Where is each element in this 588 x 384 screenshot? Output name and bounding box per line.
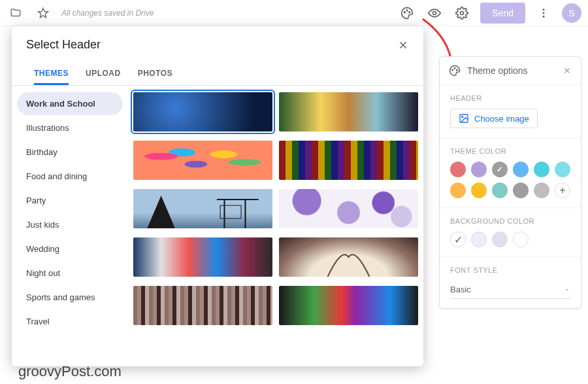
font-style-label: FONT STYLE [450,266,570,274]
color-swatch[interactable] [471,183,487,198]
color-swatch[interactable] [492,162,508,177]
svg-point-3 [433,11,436,14]
font-style-select[interactable]: Basic [450,281,570,299]
svg-rect-11 [220,205,241,218]
background-color-label: BACKGROUND COLOR [450,217,570,225]
svg-point-2 [409,11,410,12]
close-icon[interactable] [563,66,572,75]
header-thumbnail[interactable] [279,92,418,131]
category-item[interactable]: Just kids [17,213,123,236]
header-thumbnail[interactable] [133,92,272,131]
svg-rect-8 [217,199,259,200]
star-icon[interactable] [34,4,52,22]
gear-icon[interactable] [453,4,471,22]
header-section-label: HEADER [450,94,570,102]
more-vert-icon[interactable] [534,4,553,22]
category-item[interactable]: Birthday [17,141,123,164]
topbar: All changes saved in Drive Send S [0,0,588,26]
svg-point-12 [452,69,453,71]
preview-eye-icon[interactable] [425,4,444,22]
category-item[interactable]: Party [17,189,123,212]
folder-icon[interactable] [7,4,25,22]
color-swatch[interactable] [555,162,570,177]
chevron-down-icon [564,287,570,293]
svg-point-1 [406,10,408,11]
svg-rect-9 [223,199,225,228]
bg-swatch[interactable]: ✓ [450,232,466,247]
svg-point-13 [454,68,455,69]
color-swatch[interactable] [513,162,529,177]
bg-swatch[interactable] [471,232,487,247]
thumbnail-grid [128,86,423,366]
color-swatch[interactable] [450,162,466,177]
header-thumbnail[interactable] [279,286,418,325]
header-thumbnail[interactable] [133,286,272,325]
header-thumbnail[interactable] [279,237,418,277]
header-thumbnail[interactable] [133,237,272,277]
bg-swatch[interactable] [492,232,508,247]
category-item[interactable]: Sports and games [17,286,123,309]
tab-photos[interactable]: PHOTOS [138,63,172,85]
header-thumbnail[interactable] [133,189,272,228]
choose-image-button[interactable]: Choose image [450,109,538,128]
tab-upload[interactable]: UPLOAD [86,63,121,85]
send-button[interactable]: Send [480,3,525,24]
category-list: Work and School Illustrations Birthday F… [12,86,128,366]
saved-text: All changes saved in Drive [61,9,154,18]
category-item[interactable]: Wedding [17,237,123,260]
svg-point-16 [462,116,463,118]
header-thumbnail[interactable] [279,141,418,180]
color-swatch[interactable] [450,183,466,198]
theme-color-label: THEME COLOR [450,147,570,155]
color-swatch[interactable] [492,183,508,198]
add-color-button[interactable]: + [555,183,570,198]
category-item[interactable]: Night out [17,262,123,285]
dialog-tabs: THEMES UPLOAD PHOTOS [12,57,423,86]
svg-point-4 [461,11,464,14]
color-swatch[interactable] [534,162,549,177]
svg-point-5 [543,9,545,10]
image-icon [459,113,469,124]
font-style-value: Basic [450,285,471,294]
color-swatch[interactable] [471,162,487,177]
choose-image-label: Choose image [474,114,529,124]
close-icon[interactable] [397,39,409,51]
palette-icon [449,65,461,77]
bg-swatch[interactable] [513,232,529,247]
svg-rect-10 [244,199,246,228]
category-item[interactable]: Travel [17,310,123,333]
dialog-title: Select Header [26,38,101,52]
tab-themes[interactable]: THEMES [34,63,69,85]
svg-point-7 [543,15,545,17]
palette-icon[interactable] [398,4,416,22]
theme-panel-title: Theme options [467,65,528,76]
header-thumbnail[interactable] [279,189,418,228]
select-header-dialog: Select Header THEMES UPLOAD PHOTOS Work … [12,26,423,366]
category-item[interactable]: Illustrations [17,116,123,139]
avatar[interactable]: S [562,3,581,23]
theme-color-swatches: + [450,162,570,198]
watermark: groovyPost.com [18,363,122,380]
category-item[interactable]: Food and dining [17,165,123,188]
color-swatch[interactable] [513,183,529,198]
color-swatch[interactable] [534,183,549,198]
svg-point-6 [543,12,545,14]
header-thumbnail[interactable] [133,141,272,180]
svg-point-0 [404,11,406,12]
category-item[interactable]: Work and School [17,92,123,115]
theme-options-panel: Theme options HEADER Choose image THEME … [439,56,581,309]
svg-point-14 [457,69,458,71]
